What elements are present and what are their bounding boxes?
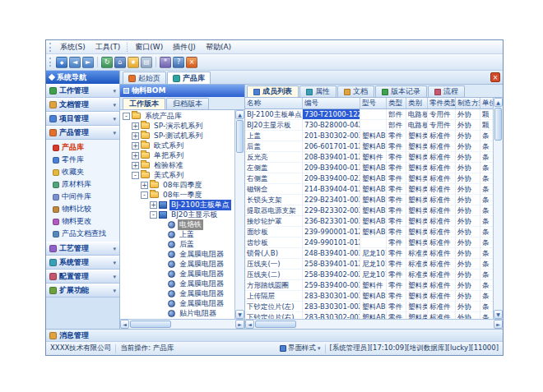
sidebar-group-document[interactable]: 文档管理▾ [46,98,119,112]
table-row[interactable]: 下钞定位片(左)283-B30301-00Z塑料ABS零件塑料类标准件外协条 [245,302,493,312]
tab-archived-version[interactable]: 归档版本 [166,98,209,109]
scroll-thumb[interactable] [255,321,296,328]
tab-version-history[interactable]: 版本记录 [375,85,427,97]
tree-node[interactable]: -BJ20主显示板 [120,210,234,219]
sidebar-group-config[interactable]: 配置管理▾ [46,270,119,284]
tree-node[interactable]: 金属膜电阻器 [120,298,234,308]
message-bar[interactable]: 消息管理 [46,329,503,341]
column-header[interactable]: 单位 [480,98,493,108]
tab-working-version[interactable]: 工作版本 [123,98,165,109]
table-row[interactable]: BJ-2100主板单点730-T21000-12Z部件电路板专用件外协颗 [245,109,493,120]
back-icon[interactable] [69,57,81,68]
table-row[interactable]: 面纱板239-990001-01Z塑料ABS零件塑料类标准件外协条 [245,227,493,238]
scroll-left-icon[interactable]: ◄ [120,320,129,329]
tree-expander[interactable]: - [150,211,157,219]
scroll-right-icon[interactable]: ► [235,320,244,329]
tree-node[interactable]: +检验标准 [120,160,234,170]
tree-expander[interactable]: - [141,191,148,199]
sidebar-group-product[interactable]: 产品管理▾ [46,126,119,140]
tree-node[interactable]: 金属膜电阻器 [120,269,234,279]
tree-node[interactable]: 金属膜电阻器 [120,249,234,259]
app-icon[interactable] [56,57,67,68]
scroll-thumb[interactable] [494,108,502,141]
sidebar-item-raw-materials[interactable]: 原材料库 [46,178,119,191]
table-hscrollbar[interactable]: ◄ ► [245,319,503,329]
tree-expander[interactable]: + [132,142,139,150]
scroll-up-icon[interactable]: ▲ [235,110,244,119]
tree-node[interactable]: +SP-演示机系列 [120,121,234,131]
scroll-down-icon[interactable]: ▼ [235,310,244,319]
tree-expander[interactable]: - [123,113,130,120]
sidebar-group-project[interactable]: 项目管理▾ [46,112,119,126]
tree-expander[interactable]: - [132,172,139,179]
tree-node[interactable]: +BJ-2100主板单点 [120,200,234,210]
column-header[interactable]: 类别 [406,98,428,108]
toolbar-grip[interactable] [49,58,52,67]
tree-node[interactable]: +SP-测试机系列 [120,131,234,141]
scroll-thumb[interactable] [236,120,244,153]
table-row[interactable]: 上盖201-B30302-00X塑料ABS零件塑料类标准件外协条 [245,131,493,141]
tree-node[interactable]: +单把系列 [120,150,234,160]
sidebar-group-system[interactable]: 系统管理▾ [46,256,119,270]
sidebar-item-product-library[interactable]: 产品库 [46,141,119,154]
tree-expander[interactable]: + [132,132,139,140]
tab-properties[interactable]: 属性 [299,85,336,97]
scroll-thumb[interactable] [130,321,171,328]
tree-node[interactable]: -系统产品库 [120,111,234,121]
tree-expander[interactable]: + [132,122,139,130]
bom-tree-vscrollbar[interactable]: ▲ ▼ [234,110,244,319]
table-row[interactable]: 下钞定位片(右)283-B30302-00Z塑料ABS零件塑料类标准件外协条 [245,312,493,319]
print-icon[interactable] [141,57,152,68]
favorites-icon[interactable] [128,57,139,68]
tree-expander[interactable]: + [132,152,139,159]
tab-product-library[interactable]: 产品库 [167,71,211,84]
ui-style-selector[interactable]: 界面样式 ▾ [280,344,321,353]
table-row[interactable]: 长锁头支架229-B23401-00X塑料ABS零件塑料类标准件外协条 [245,195,493,205]
menu-item-3[interactable]: 插件(J) [168,40,201,54]
table-row[interactable]: 反光亮208-B39401-01Z塑料件零件塑料类标准件外协条 [245,152,493,163]
bom-tree-hscrollbar[interactable]: ◄ ► [120,319,244,329]
tree-expander[interactable]: + [150,201,157,209]
table-row[interactable]: 压线夹(二)258-B39402-00Z尼龙1010零件标准类标准件外协条 [245,270,493,280]
menu-item-4[interactable]: 帮助(A) [201,40,236,54]
tree-expander[interactable]: + [141,182,148,189]
table-row[interactable]: BJ20主显示板730-B28000-04Z部件电路板专用件外协颗 [245,120,493,131]
sidebar-item-material-change[interactable]: 物料更改 [46,215,119,228]
tree-node[interactable]: 后盖 [120,239,234,249]
tree-node[interactable]: +08年四季度 [120,180,234,190]
sidebar-item-product-doc-search[interactable]: 产品文档查找 [46,228,119,240]
column-header[interactable]: 型号 [360,98,387,108]
scroll-track[interactable] [235,154,244,310]
menu-item-2[interactable]: 窗口(W) [130,40,168,54]
scroll-track[interactable] [172,320,235,329]
sidebar-group-work[interactable]: 工作管理▾ [46,84,119,98]
column-header[interactable]: 零件类型 [428,98,456,108]
column-header[interactable]: 类型 [387,98,406,108]
table-row[interactable]: 提取器电源支架229-B23302-00X塑料ABS零件塑料类标准件外协条 [245,205,493,216]
table-row[interactable]: 锁骨(人B)248-B39401-00X尼龙1010零件标准类标准件外协条 [245,248,493,259]
tree-node[interactable]: 金属膜电阻器 [120,259,234,269]
table-row[interactable]: 后盖206-601701-01X塑料ABS零件塑料类标准件外协条 [245,141,493,152]
menu-item-1[interactable]: 工具(T) [90,40,126,54]
sidebar-item-favorites[interactable]: 收藏夹 [46,166,119,178]
tree-node[interactable]: -美式系列 [120,170,234,180]
column-header[interactable]: 编号 [303,98,360,108]
table-row[interactable]: 压线夹(一)258-B39401-01Z尼龙1010零件标准类标准件外协条 [245,259,493,270]
scroll-up-icon[interactable]: ▲ [494,98,503,107]
refresh-icon[interactable] [101,57,113,68]
forward-icon[interactable] [82,57,94,68]
menu-item-0[interactable]: 系统(S) [55,40,90,54]
tree-node[interactable]: 金属膜电阻器 [120,279,234,288]
table-row[interactable]: 左侧盖209-B39400-01X塑料ABS零件塑料类标准件外协条 [245,163,493,173]
tab-start-page[interactable]: 起始页 [123,71,166,84]
menu-grip[interactable] [49,43,52,52]
tree-expander[interactable]: + [132,162,139,169]
table-row[interactable]: 方形踏线圆圈259-B39400-00X塑料件零件塑料类标准件外协条 [245,280,493,291]
tab-workflow[interactable]: 流程 [428,85,465,97]
sidebar-item-middleware[interactable]: 中间件库 [46,191,119,203]
tree-node[interactable]: 上盖 [120,229,234,239]
column-header[interactable]: 名称 [245,98,303,108]
scroll-down-icon[interactable]: ▼ [494,310,503,319]
tree-node[interactable]: 金属膜电阻器 [120,288,234,298]
table-row[interactable]: 接纱轮护罩236-B23301-00X塑料ABS零件塑料类标准件外协条 [245,216,493,227]
